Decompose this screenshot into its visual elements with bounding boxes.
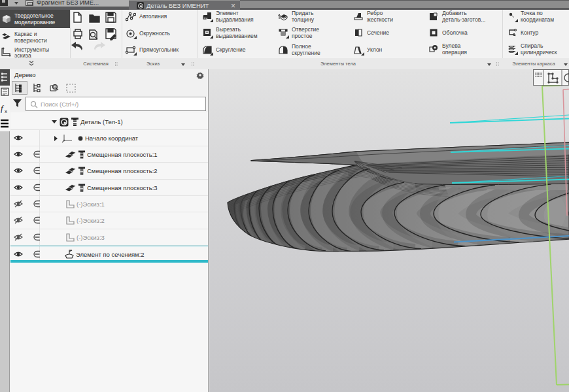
svg-text:x: x (5, 108, 7, 114)
